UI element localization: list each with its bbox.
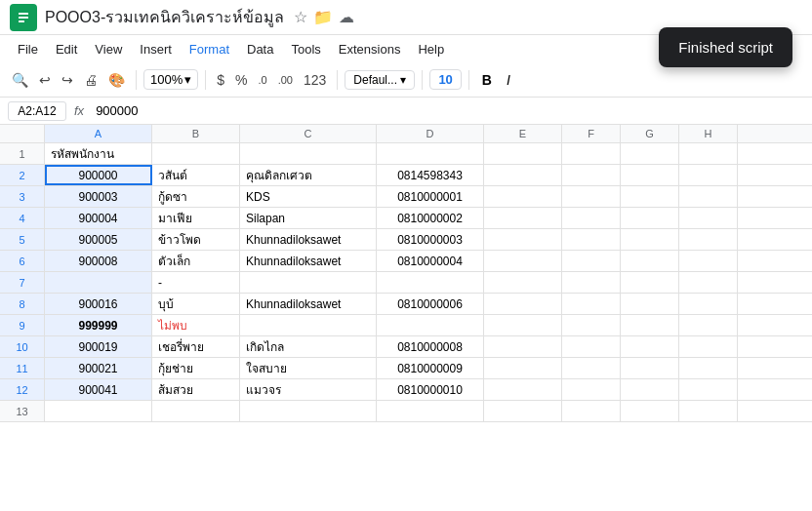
- cell-f[interactable]: [562, 294, 621, 314]
- cell-c[interactable]: [240, 272, 377, 293]
- cell-c[interactable]: KDS: [240, 186, 377, 207]
- cell-b[interactable]: ไม่พบ: [152, 315, 240, 335]
- cell-f[interactable]: [562, 229, 621, 250]
- star-icon[interactable]: ☆: [294, 8, 307, 26]
- row-number[interactable]: 11: [0, 358, 45, 378]
- cell-b[interactable]: บุบ้: [152, 294, 240, 314]
- cell-h[interactable]: [679, 272, 738, 293]
- cell-g[interactable]: [621, 315, 679, 335]
- cell-f[interactable]: [562, 401, 621, 421]
- cell-a[interactable]: 900004: [45, 208, 152, 228]
- cell-d[interactable]: 0810000004: [377, 251, 484, 271]
- cell-g[interactable]: [621, 336, 679, 357]
- cell-a[interactable]: รหัสพนักงาน: [45, 143, 152, 164]
- cell-c[interactable]: Khunnadiloksawet: [240, 229, 377, 250]
- cell-c[interactable]: Khunnadiloksawet: [240, 251, 377, 271]
- cell-f[interactable]: [562, 336, 621, 357]
- cell-f[interactable]: [562, 208, 621, 228]
- cell-g[interactable]: [621, 401, 679, 421]
- menu-file[interactable]: File: [10, 40, 46, 59]
- menu-view[interactable]: View: [87, 40, 130, 59]
- cell-b[interactable]: [152, 143, 240, 164]
- cell-c[interactable]: แมวจร: [240, 379, 377, 400]
- cell-b[interactable]: มาเฟีย: [152, 208, 240, 228]
- zoom-button[interactable]: 100% ▾: [143, 69, 198, 90]
- row-number[interactable]: 10: [0, 336, 45, 357]
- cell-c[interactable]: [240, 143, 377, 164]
- cell-e[interactable]: [484, 294, 562, 314]
- menu-insert[interactable]: Insert: [132, 40, 180, 59]
- cell-d[interactable]: [377, 401, 484, 421]
- cell-f[interactable]: [562, 165, 621, 185]
- cell-d[interactable]: 0810000001: [377, 186, 484, 207]
- cell-g[interactable]: [621, 186, 679, 207]
- cell-f[interactable]: [562, 315, 621, 335]
- col-header-c[interactable]: C: [240, 125, 377, 142]
- menu-help[interactable]: Help: [410, 40, 452, 59]
- cell-a[interactable]: 900019: [45, 336, 152, 357]
- print-button[interactable]: 🖨: [80, 70, 102, 90]
- cell-g[interactable]: [621, 358, 679, 378]
- col-header-a[interactable]: A: [45, 125, 152, 142]
- cell-f[interactable]: [562, 251, 621, 271]
- cell-g[interactable]: [621, 208, 679, 228]
- row-number[interactable]: 9: [0, 315, 45, 335]
- menu-format[interactable]: Format: [182, 40, 237, 59]
- cell-e[interactable]: [484, 251, 562, 271]
- cell-g[interactable]: [621, 272, 679, 293]
- col-header-d[interactable]: D: [377, 125, 484, 142]
- formula-input[interactable]: [92, 101, 804, 120]
- row-number[interactable]: 7: [0, 272, 45, 293]
- cell-h[interactable]: [679, 315, 738, 335]
- cell-c[interactable]: คุณดิลกเศวต: [240, 165, 377, 185]
- cell-b[interactable]: กุ้ยช่าย: [152, 358, 240, 378]
- cell-b[interactable]: ข้าวโพด: [152, 229, 240, 250]
- cell-e[interactable]: [484, 208, 562, 228]
- cell-c[interactable]: [240, 401, 377, 421]
- cell-g[interactable]: [621, 143, 679, 164]
- row-number[interactable]: 13: [0, 401, 45, 421]
- cell-a[interactable]: [45, 272, 152, 293]
- undo-button[interactable]: ↩: [35, 70, 55, 90]
- cell-a[interactable]: [45, 401, 152, 421]
- format-type-button[interactable]: 123: [300, 70, 330, 90]
- bold-button[interactable]: B: [476, 70, 498, 90]
- cell-a[interactable]: 900005: [45, 229, 152, 250]
- col-header-g[interactable]: G: [621, 125, 679, 142]
- cell-d[interactable]: 0814598343: [377, 165, 484, 185]
- cell-e[interactable]: [484, 165, 562, 185]
- cell-d[interactable]: [377, 272, 484, 293]
- cell-d[interactable]: [377, 143, 484, 164]
- cell-e[interactable]: [484, 379, 562, 400]
- cell-h[interactable]: [679, 336, 738, 357]
- cell-f[interactable]: [562, 186, 621, 207]
- cell-b[interactable]: ตัวเล็ก: [152, 251, 240, 271]
- cell-d[interactable]: 0810000008: [377, 336, 484, 357]
- row-number[interactable]: 3: [0, 186, 45, 207]
- cell-d[interactable]: 0810000003: [377, 229, 484, 250]
- decimal-inc-button[interactable]: .00: [274, 72, 297, 88]
- row-number[interactable]: 8: [0, 294, 45, 314]
- row-number[interactable]: 2: [0, 165, 45, 185]
- cell-e[interactable]: [484, 336, 562, 357]
- cell-h[interactable]: [679, 358, 738, 378]
- cell-h[interactable]: [679, 379, 738, 400]
- cell-d[interactable]: 0810000010: [377, 379, 484, 400]
- col-header-b[interactable]: B: [152, 125, 240, 142]
- cell-b[interactable]: เชอรี่พาย: [152, 336, 240, 357]
- percent-button[interactable]: %: [231, 70, 251, 90]
- cell-b[interactable]: -: [152, 272, 240, 293]
- cell-h[interactable]: [679, 208, 738, 228]
- cell-e[interactable]: [484, 229, 562, 250]
- cell-b[interactable]: วสันต์: [152, 165, 240, 185]
- cell-h[interactable]: [679, 251, 738, 271]
- paint-format-button[interactable]: 🎨: [104, 70, 129, 90]
- row-number[interactable]: 4: [0, 208, 45, 228]
- cell-g[interactable]: [621, 165, 679, 185]
- cell-f[interactable]: [562, 143, 621, 164]
- cell-e[interactable]: [484, 272, 562, 293]
- cell-c[interactable]: เกิดไกล: [240, 336, 377, 357]
- cell-a[interactable]: 900016: [45, 294, 152, 314]
- cell-h[interactable]: [679, 401, 738, 421]
- cell-g[interactable]: [621, 294, 679, 314]
